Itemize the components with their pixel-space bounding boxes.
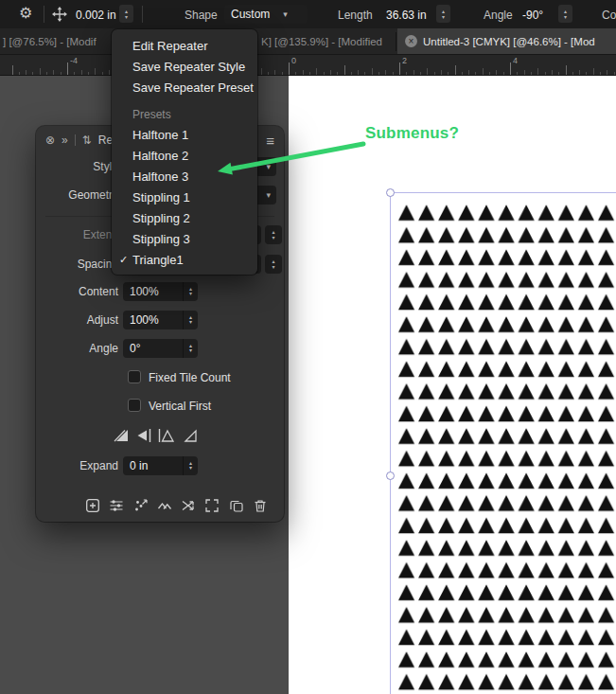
angle-field[interactable]: -90° <box>522 9 543 22</box>
tab-document-2[interactable]: K] [@135.9%] - [Modified <box>261 36 382 47</box>
menu-item[interactable]: Edit Repeater <box>112 35 257 56</box>
tab-document-active[interactable]: × Untitled-3 [CMYK] [@46.6%] - [Mod <box>397 28 616 54</box>
menu-section-label: Presets <box>112 105 257 124</box>
delete-icon[interactable] <box>253 498 268 513</box>
content-stepper[interactable]: ▴▾ <box>183 282 198 301</box>
shuffle-icon[interactable] <box>181 498 196 513</box>
scatter-icon[interactable] <box>133 498 149 513</box>
ruler-tick <box>303 70 304 75</box>
ruler-label: 0 <box>291 56 296 65</box>
ruler-tick <box>95 68 96 75</box>
expand-field[interactable]: 0 in ▴▾ <box>123 456 198 475</box>
selection-handle-top-left[interactable] <box>386 188 395 197</box>
selection-top-edge <box>390 192 616 193</box>
ruler-tick <box>316 68 317 75</box>
fixed-tile-count-checkbox[interactable] <box>128 370 141 383</box>
panel-close-icon[interactable]: ⊗ <box>45 133 55 147</box>
ruler-tick <box>372 68 373 75</box>
ruler-tick <box>531 72 532 76</box>
angle-stepper[interactable]: ▴▾ <box>558 5 572 23</box>
menu-item-label: Stippling 3 <box>132 232 190 246</box>
sliders-icon[interactable] <box>109 498 124 513</box>
ruler-tick <box>385 70 386 75</box>
menu-item-label: Stippling 2 <box>132 211 190 225</box>
annotation-arrow <box>208 133 374 185</box>
corner-label: Co <box>602 9 616 22</box>
adjust-field[interactable]: 100% ▴▾ <box>123 311 198 329</box>
menu-item-label: Halftone 1 <box>132 128 188 142</box>
content-label: Content <box>36 285 118 298</box>
fixed-tile-count-label: Fixed Tile Count <box>149 371 231 384</box>
ruler-tick <box>600 72 601 76</box>
check-icon: ✓ <box>119 254 132 266</box>
ruler-tick <box>406 72 407 76</box>
expand-stepper[interactable]: ▴▾ <box>183 456 198 475</box>
ruler-tick <box>40 68 41 75</box>
ruler-tick <box>448 72 449 76</box>
ruler-tick <box>282 72 283 76</box>
ruler-tick <box>344 65 345 75</box>
extend-stepper[interactable]: ▴▾ <box>265 225 282 244</box>
vertical-first-checkbox[interactable] <box>128 399 141 412</box>
ruler-tick <box>289 62 290 75</box>
ruler-tick <box>566 65 567 75</box>
add-icon[interactable] <box>85 498 100 513</box>
panel-header-divider <box>75 134 76 146</box>
move-icon[interactable] <box>51 6 68 27</box>
expand-fit-icon[interactable] <box>204 498 220 513</box>
panel-collapse-icon[interactable]: » <box>62 133 68 147</box>
content-field[interactable]: 100% ▴▾ <box>123 282 198 301</box>
flip-vertical-icon[interactable] <box>157 427 176 444</box>
shear-right-icon[interactable] <box>180 427 199 444</box>
ruler-tick <box>496 70 497 75</box>
ruler-tick <box>537 68 538 75</box>
adjust-stepper[interactable]: ▴▾ <box>183 311 198 329</box>
panel-updown-icon[interactable]: ⇅ <box>82 133 92 147</box>
detach-icon[interactable] <box>157 498 172 513</box>
style-label: Style <box>36 160 118 173</box>
ruler-tick <box>330 70 331 75</box>
document-tab-strip: ] [@76.5%] - [Modif K] [@135.9%] - [Modi… <box>0 28 616 55</box>
selection-handle-mid-left[interactable] <box>386 472 395 480</box>
ruler-tick <box>510 62 511 75</box>
menu-item[interactable]: Stippling 1 <box>112 187 257 207</box>
shape-dropdown[interactable]: Custom ▾ <box>224 5 308 24</box>
menu-item[interactable]: Stippling 3 <box>112 228 257 249</box>
ruler[interactable]: -4-2024 <box>0 55 616 76</box>
duplicate-icon[interactable] <box>229 498 244 513</box>
tile-angle-field[interactable]: 0° ▴▾ <box>123 339 198 358</box>
ruler-tick <box>614 72 615 76</box>
nudge-stepper[interactable]: ▴▾ <box>119 5 133 23</box>
ruler-tick <box>46 72 47 76</box>
ruler-tick <box>309 72 310 76</box>
panel-bottom-toolbar <box>85 497 268 514</box>
triangle-pattern[interactable] <box>396 202 616 694</box>
ruler-label: 2 <box>402 56 407 65</box>
ruler-tick <box>420 72 421 76</box>
menu-item[interactable]: Stippling 2 <box>112 207 257 228</box>
angle-label: Angle <box>484 9 513 22</box>
flip-horizontal-icon[interactable] <box>134 427 153 444</box>
ruler-label: -4 <box>70 56 78 65</box>
tab-document-1[interactable]: ] [@76.5%] - [Modif <box>3 36 97 47</box>
ruler-tick <box>268 72 269 76</box>
menu-item[interactable]: Save Repeater Preset <box>112 77 257 98</box>
ruler-tick <box>378 72 379 76</box>
length-stepper[interactable]: ▴▾ <box>436 5 450 23</box>
close-tab-icon[interactable]: × <box>405 35 417 47</box>
length-field[interactable]: 36.63 in <box>386 9 427 22</box>
nudge-distance-field[interactable]: 0.002 in <box>76 9 116 22</box>
shear-left-icon[interactable] <box>112 427 131 444</box>
ruler-tick <box>26 70 26 75</box>
menu-item[interactable]: Save Repeater Style <box>112 56 257 77</box>
gear-icon[interactable]: ⚙ <box>19 5 32 22</box>
ruler-tick <box>586 72 587 76</box>
ruler-tick <box>351 72 352 76</box>
spacing-stepper[interactable]: ▴▾ <box>265 255 282 274</box>
ruler-tick <box>67 62 68 75</box>
menu-item[interactable]: ✓Triangle1 <box>112 249 257 270</box>
ruler-tick <box>462 72 463 76</box>
tile-angle-stepper[interactable]: ▴▾ <box>183 339 198 358</box>
ruler-tick <box>32 72 33 76</box>
ruler-tick <box>414 70 414 75</box>
